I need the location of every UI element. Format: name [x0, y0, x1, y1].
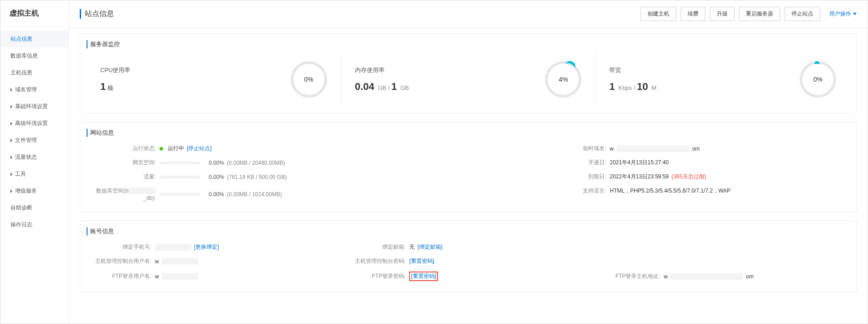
bw-unit-b: M	[652, 84, 657, 91]
ftp-host-prefix: w	[664, 273, 668, 280]
user-operations-dropdown[interactable]: 用户操作	[825, 10, 857, 18]
caret-icon	[10, 122, 12, 125]
cpu-unit: 核	[108, 84, 113, 91]
flow-progress	[159, 176, 200, 178]
run-status-value: 运行中	[168, 145, 184, 152]
restart-server-button[interactable]: 重启服务器	[739, 7, 780, 21]
sidebar-item-vas[interactable]: 增值服务	[0, 183, 68, 199]
expire-label: 到期日:	[537, 173, 610, 181]
mem-unit-b: GB	[401, 84, 409, 91]
monitor-bw: 带宽 1 Kbps / 10 M 0%	[596, 53, 850, 106]
ftp-user-label: FTP登录用户名:	[87, 272, 155, 280]
stop-site-button[interactable]: 停止站点	[785, 7, 820, 21]
reset-console-pwd-link[interactable]: [重置密码]	[409, 257, 434, 265]
account-info-panel: 账号信息 绑定手机号: x [更换绑定] 绑定邮箱: 无 [绑定邮箱]	[80, 220, 857, 292]
flow-detail: (761.19 KB / 500.00 GB)	[227, 174, 287, 180]
monitor-cpu: CPU使用率 1核 0%	[87, 53, 341, 106]
mem-ring-chart: 4%	[545, 61, 581, 98]
sidebar-item-self-diag[interactable]: 自助诊断	[0, 199, 68, 216]
reset-ftp-pwd-link[interactable]: [重置密码]	[409, 272, 438, 281]
panel-title-account: 账号信息	[87, 227, 850, 235]
change-bind-link[interactable]: [更换绑定]	[194, 243, 219, 251]
flow-label: 流量:	[87, 173, 159, 181]
bind-email-link[interactable]: [绑定邮箱]	[417, 243, 442, 251]
monitor-row: CPU使用率 1核 0% 内存使用率 0.04 GB / 1 GB	[87, 53, 850, 106]
sidebar-item-basic-env[interactable]: 基础环境设置	[0, 98, 68, 115]
caret-icon	[10, 189, 12, 193]
caret-icon	[10, 172, 12, 176]
db-space-label: 数据库空间(bx_db):	[87, 187, 159, 201]
header-actions: 创建主机 续费 升级 重启服务器 停止站点 用户操作	[641, 7, 857, 21]
sidebar-item-files[interactable]: 文件管理	[0, 132, 68, 149]
cpu-ring-chart: 0%	[291, 61, 327, 98]
sidebar-item-site-info[interactable]: 站点信息	[0, 31, 68, 47]
bw-ring-chart: 0%	[800, 61, 836, 98]
mem-value-a: 0.04	[355, 81, 375, 92]
cpu-label: CPU使用率	[100, 66, 130, 74]
mem-label: 内存使用率	[355, 66, 409, 74]
console-user-prefix: w	[155, 258, 159, 265]
db-space-progress	[159, 193, 200, 196]
web-space-progress	[159, 162, 200, 164]
sidebar-item-host-info[interactable]: 主机信息	[0, 64, 68, 81]
redacted-phone: x	[155, 244, 191, 251]
caret-icon	[10, 139, 12, 142]
sidebar-item-adv-env[interactable]: 高级环境设置	[0, 115, 68, 132]
mem-unit-a: GB /	[378, 84, 390, 91]
expire-value: 2022年4月13日23:59:59	[610, 173, 668, 181]
ftp-user-prefix: w	[155, 273, 159, 280]
sidebar-item-traffic[interactable]: 流量状态	[0, 149, 68, 166]
open-date-label: 开通日:	[537, 159, 610, 167]
app-root: 虚拟主机 站点信息 数据库信息 主机信息 域名管理 基础环境设置 高级环境设置 …	[0, 0, 868, 324]
sidebar-item-tools[interactable]: 工具	[0, 166, 68, 183]
redacted-ftp-user: x	[162, 273, 198, 280]
site-info-panel: 网站信息 运行状态: 运行中 [停止站点] 网页空间:	[80, 122, 857, 212]
renew-button[interactable]: 续费	[681, 7, 705, 21]
monitor-mem: 内存使用率 0.04 GB / 1 GB 4%	[341, 53, 596, 106]
bw-label: 带宽	[609, 66, 656, 74]
site-left-col: 运行状态: 运行中 [停止站点] 网页空间: 0.00%	[87, 141, 537, 204]
sidebar-nav: 站点信息 数据库信息 主机信息 域名管理 基础环境设置 高级环境设置 文件管理 …	[0, 27, 68, 233]
open-date-value: 2021年4月13日15:27:40	[610, 159, 668, 167]
sidebar-item-op-log[interactable]: 操作日志	[0, 216, 68, 233]
status-dot-icon	[159, 147, 163, 151]
web-space-pct: 0.00%	[203, 160, 224, 166]
page-title: 站点信息	[80, 9, 114, 19]
lang-value: HTML，PHP5.2/5.3/5.4/5.5/5.6/7.0/7.1/7.2，…	[610, 187, 730, 195]
redacted-console-user: x	[162, 258, 198, 265]
page-header: 站点信息 创建主机 续费 升级 重启服务器 停止站点 用户操作	[69, 0, 868, 28]
content: 服务器监控 CPU使用率 1核 0% 内存使用率 0.04	[69, 28, 868, 324]
ftp-host-label: FTP登录主机地址:	[596, 272, 664, 280]
web-space-detail: (0.00MB / 20480.00MB)	[227, 160, 285, 166]
temp-domain-prefix: w	[610, 146, 614, 152]
chevron-down-icon	[853, 13, 857, 15]
sidebar-item-db-info[interactable]: 数据库信息	[0, 47, 68, 64]
lang-label: 支持语言:	[537, 187, 610, 195]
flow-pct: 0.00%	[203, 174, 224, 180]
stop-site-link[interactable]: [停止站点]	[187, 145, 212, 152]
expire-note: (365天后过期)	[672, 173, 706, 181]
sidebar: 虚拟主机 站点信息 数据库信息 主机信息 域名管理 基础环境设置 高级环境设置 …	[0, 0, 69, 324]
temp-domain-suffix: om	[692, 146, 700, 152]
run-status-label: 运行状态:	[87, 145, 159, 152]
bind-email-label: 绑定邮箱:	[341, 243, 409, 251]
site-right-col: 临时域名: w x om 开通日: 2021年4月13日15:27:40	[537, 141, 850, 204]
upgrade-button[interactable]: 升级	[710, 7, 734, 21]
server-monitor-panel: 服务器监控 CPU使用率 1核 0% 内存使用率 0.04	[80, 33, 857, 114]
bw-unit-a: Kbps /	[618, 84, 635, 91]
ftp-host-suffix: om	[746, 273, 754, 280]
redacted-temp-domain: x	[616, 146, 689, 152]
panel-title-monitor: 服务器监控	[87, 40, 850, 48]
create-host-button[interactable]: 创建主机	[641, 7, 676, 21]
ftp-pwd-label: FTP登录密码:	[341, 272, 409, 280]
console-user-label: 主机管理控制台用户名:	[87, 257, 155, 265]
sidebar-item-domain[interactable]: 域名管理	[0, 81, 68, 98]
main: 站点信息 创建主机 续费 升级 重启服务器 停止站点 用户操作 服务器监控	[69, 0, 868, 324]
temp-domain-label: 临时域名:	[537, 145, 610, 152]
db-space-detail: (0.00MB / 1024.00MB)	[227, 191, 282, 198]
caret-icon	[10, 156, 12, 159]
cpu-value: 1	[100, 81, 106, 92]
bw-value-a: 1	[609, 81, 615, 92]
caret-icon	[10, 88, 12, 92]
caret-icon	[10, 105, 12, 109]
